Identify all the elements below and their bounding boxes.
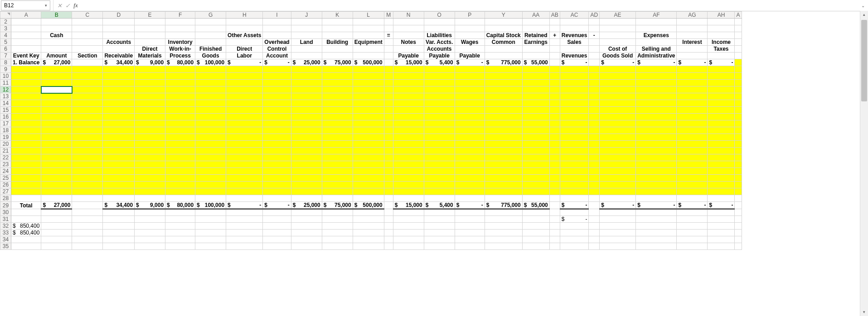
cell[interactable] xyxy=(353,243,384,250)
col-header[interactable]: H xyxy=(226,12,263,19)
cell[interactable] xyxy=(393,46,424,53)
cell[interactable] xyxy=(636,127,677,134)
cell[interactable] xyxy=(226,80,263,86)
cell[interactable] xyxy=(41,46,72,53)
cell[interactable] xyxy=(322,148,353,154)
cell[interactable] xyxy=(677,127,708,134)
cell[interactable] xyxy=(384,216,393,223)
cell[interactable] xyxy=(165,127,195,134)
cell[interactable]: Accounts xyxy=(103,39,135,46)
row-header[interactable]: 6 xyxy=(0,46,11,53)
cell[interactable] xyxy=(600,107,636,114)
cell[interactable] xyxy=(103,107,135,114)
cell[interactable] xyxy=(455,148,485,154)
cell[interactable] xyxy=(549,148,560,154)
cell[interactable] xyxy=(589,25,600,32)
row-header[interactable]: 35 xyxy=(0,243,11,250)
cell[interactable] xyxy=(677,188,708,195)
cell[interactable] xyxy=(384,188,393,195)
cell[interactable] xyxy=(353,182,384,188)
cell[interactable] xyxy=(485,120,522,127)
cell[interactable]: Cost of xyxy=(600,46,636,53)
cell[interactable] xyxy=(424,236,455,243)
cell[interactable] xyxy=(600,209,636,216)
cell[interactable] xyxy=(322,175,353,182)
cell[interactable]: Expenses xyxy=(636,32,677,39)
cell[interactable] xyxy=(424,148,455,154)
cell[interactable] xyxy=(72,25,103,32)
cell[interactable] xyxy=(195,25,226,32)
cell[interactable] xyxy=(322,66,353,73)
cell[interactable] xyxy=(226,107,263,114)
cell[interactable] xyxy=(226,161,263,168)
cell[interactable] xyxy=(424,182,455,188)
cell[interactable] xyxy=(226,230,263,236)
cell[interactable] xyxy=(636,243,677,250)
cell[interactable] xyxy=(522,141,549,148)
cell[interactable] xyxy=(11,114,41,120)
cell[interactable] xyxy=(636,223,677,230)
cell[interactable] xyxy=(41,182,72,188)
cell[interactable]: - xyxy=(589,32,600,39)
cell[interactable]: $9,000 xyxy=(135,202,165,209)
cell[interactable] xyxy=(522,53,549,59)
cell[interactable] xyxy=(195,188,226,195)
col-header[interactable]: L xyxy=(353,12,384,19)
cell[interactable]: $- xyxy=(263,59,291,66)
cell[interactable] xyxy=(485,182,522,188)
cell[interactable] xyxy=(636,175,677,182)
cell[interactable] xyxy=(455,73,485,80)
cell[interactable] xyxy=(195,127,226,134)
cell[interactable] xyxy=(72,114,103,120)
cell[interactable] xyxy=(708,209,735,216)
cell[interactable]: Control xyxy=(263,46,291,53)
row-header[interactable]: 12 xyxy=(0,86,11,93)
cell[interactable] xyxy=(455,25,485,32)
cell[interactable] xyxy=(103,80,135,86)
cell[interactable] xyxy=(72,236,103,243)
cell[interactable] xyxy=(677,230,708,236)
cell[interactable]: Wages xyxy=(455,39,485,46)
cell[interactable] xyxy=(291,127,322,134)
cell[interactable] xyxy=(322,195,353,202)
cell[interactable] xyxy=(708,93,735,100)
cell[interactable] xyxy=(735,53,742,59)
cell[interactable] xyxy=(353,188,384,195)
cell[interactable] xyxy=(135,39,165,46)
cell[interactable] xyxy=(424,86,455,93)
cell[interactable] xyxy=(589,127,600,134)
cell[interactable] xyxy=(549,39,560,46)
cell[interactable] xyxy=(72,59,103,66)
cell[interactable] xyxy=(263,80,291,86)
cell[interactable] xyxy=(11,168,41,175)
cell[interactable] xyxy=(72,39,103,46)
cell[interactable] xyxy=(72,188,103,195)
cell[interactable] xyxy=(135,19,165,25)
cell[interactable]: $25,000 xyxy=(291,59,322,66)
cell[interactable] xyxy=(560,93,589,100)
cell[interactable] xyxy=(291,216,322,223)
cell[interactable] xyxy=(485,86,522,93)
cell[interactable] xyxy=(263,195,291,202)
cell[interactable] xyxy=(226,127,263,134)
cell[interactable] xyxy=(677,141,708,148)
cell[interactable] xyxy=(589,188,600,195)
cell[interactable] xyxy=(560,148,589,154)
cell[interactable] xyxy=(424,120,455,127)
cell[interactable] xyxy=(72,32,103,39)
cell[interactable] xyxy=(677,80,708,86)
cell[interactable]: Retained xyxy=(522,32,549,39)
cell[interactable] xyxy=(589,134,600,141)
cell[interactable] xyxy=(560,19,589,25)
cell[interactable] xyxy=(424,127,455,134)
cell[interactable] xyxy=(41,161,72,168)
cell[interactable] xyxy=(522,230,549,236)
cell[interactable] xyxy=(226,175,263,182)
cell[interactable] xyxy=(708,134,735,141)
cell[interactable] xyxy=(384,59,393,66)
cell[interactable] xyxy=(393,80,424,86)
cell[interactable] xyxy=(135,148,165,154)
cell[interactable] xyxy=(263,73,291,80)
cell[interactable] xyxy=(424,195,455,202)
cell[interactable] xyxy=(393,100,424,107)
